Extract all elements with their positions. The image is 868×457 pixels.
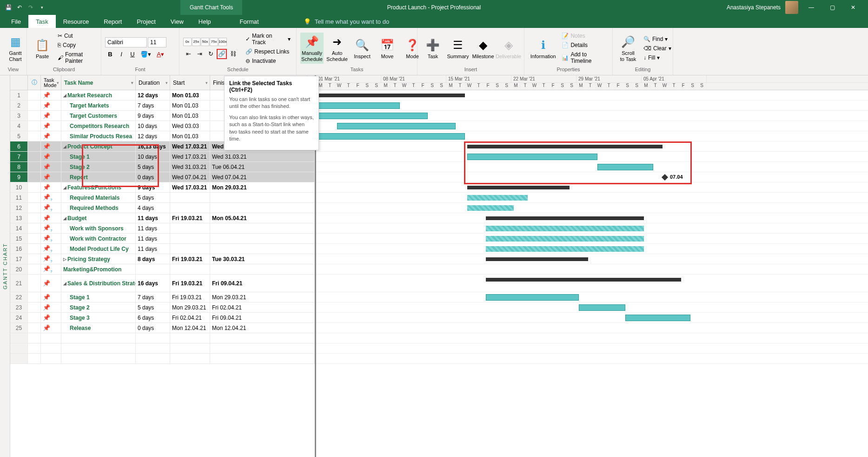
day-header[interactable]: F: [679, 83, 688, 90]
start-cell[interactable]: [170, 244, 210, 254]
finish-cell[interactable]: Fri 09.04.21: [210, 275, 315, 292]
unlink-tasks-button[interactable]: ⛓: [228, 49, 238, 59]
info-cell[interactable]: [28, 162, 41, 172]
row-number[interactable]: 7: [10, 152, 28, 161]
col-mode-header[interactable]: Task Mode: [41, 75, 61, 90]
outdent-button[interactable]: ⇤: [183, 49, 193, 59]
gantt-row[interactable]: [316, 264, 868, 275]
gantt-bar[interactable]: [625, 315, 690, 321]
duration-cell[interactable]: 11 days: [136, 223, 170, 233]
mode-cell[interactable]: 📌: [41, 111, 61, 121]
row-number[interactable]: [10, 354, 28, 363]
mode-cell[interactable]: 📌: [41, 323, 61, 333]
finish-cell[interactable]: [210, 244, 315, 254]
duration-cell[interactable]: 12 days: [136, 131, 170, 141]
day-header[interactable]: W: [595, 83, 604, 90]
table-row[interactable]: [10, 333, 315, 343]
duration-cell[interactable]: 7 days: [136, 292, 170, 302]
tab-file[interactable]: File: [4, 15, 28, 28]
duration-cell[interactable]: 11 days: [136, 213, 170, 223]
gantt-bar[interactable]: [467, 154, 597, 160]
duration-cell[interactable]: 12 days: [136, 90, 170, 100]
row-number[interactable]: 17: [10, 254, 28, 264]
gantt-row[interactable]: [316, 193, 868, 203]
tab-format[interactable]: Format: [232, 15, 266, 28]
underline-button[interactable]: U: [127, 49, 138, 60]
mode-cell[interactable]: 📌?: [41, 234, 61, 243]
day-header[interactable]: W: [660, 83, 669, 90]
manually-schedule-button[interactable]: 📌 Manually Schedule: [300, 33, 324, 63]
gantt-bar[interactable]: [318, 133, 465, 140]
info-cell[interactable]: [28, 203, 41, 213]
task-name-cell[interactable]: Required Materials: [61, 193, 136, 202]
finish-cell[interactable]: Mon 29.03.21: [210, 292, 315, 302]
start-cell[interactable]: Fri 19.03.21: [170, 213, 210, 223]
deliverable-button[interactable]: ◈Deliverable: [497, 36, 520, 61]
font-family-select[interactable]: [105, 37, 147, 47]
gantt-row[interactable]: [316, 203, 868, 213]
mode-cell[interactable]: 📌: [41, 292, 61, 302]
row-number[interactable]: 1: [10, 90, 28, 100]
table-row[interactable]: 12📌?Required Methods4 days: [10, 203, 315, 213]
info-cell[interactable]: [28, 323, 41, 333]
day-header[interactable]: T: [521, 83, 530, 90]
outline-toggle-icon[interactable]: ◢: [63, 144, 66, 149]
start-cell[interactable]: Mon 01.03: [170, 90, 210, 100]
row-number[interactable]: 5: [10, 131, 28, 141]
gantt-row[interactable]: [316, 354, 868, 364]
col-start-header[interactable]: Start: [170, 75, 210, 90]
day-header[interactable]: S: [428, 83, 437, 90]
start-cell[interactable]: [170, 223, 210, 233]
day-header[interactable]: T: [586, 83, 595, 90]
week-header[interactable]: 29 Mar '21: [576, 75, 642, 82]
start-cell[interactable]: Fri 02.04.21: [170, 313, 210, 323]
row-number[interactable]: 24: [10, 313, 28, 323]
table-row[interactable]: 14📌?Work with Sponsors11 days: [10, 223, 315, 234]
duration-cell[interactable]: 5 days: [136, 302, 170, 312]
duration-cell[interactable]: 7 days: [136, 101, 170, 110]
start-cell[interactable]: [170, 234, 210, 243]
customize-qa-icon[interactable]: ▾: [38, 4, 46, 11]
mode-cell[interactable]: 📌: [41, 152, 61, 161]
finish-cell[interactable]: Wed 31.03.21: [210, 152, 315, 161]
row-number[interactable]: 11: [10, 193, 28, 202]
task-name-cell[interactable]: Target Markets: [61, 101, 136, 110]
finish-cell[interactable]: Fri 02.04.21: [210, 302, 315, 312]
duration-cell[interactable]: 9 days: [136, 111, 170, 121]
day-header[interactable]: W: [400, 83, 409, 90]
tab-project[interactable]: Project: [129, 15, 163, 28]
table-row[interactable]: [10, 354, 315, 364]
gantt-row[interactable]: [316, 275, 868, 292]
col-name-header[interactable]: Task Name: [61, 75, 136, 90]
progress-100-button[interactable]: 100x: [219, 38, 227, 46]
paste-button[interactable]: 📋 Paste: [31, 36, 54, 61]
gantt-row[interactable]: [316, 141, 868, 152]
mode-cell[interactable]: 📌?: [41, 244, 61, 254]
tab-help[interactable]: Help: [191, 15, 219, 28]
task-name-cell[interactable]: Stage 1: [61, 292, 136, 302]
gantt-row[interactable]: [316, 244, 868, 254]
outline-toggle-icon[interactable]: ◢: [63, 216, 66, 221]
start-cell[interactable]: [170, 193, 210, 202]
info-cell[interactable]: [28, 111, 41, 121]
start-cell[interactable]: Mon 01.03: [170, 111, 210, 121]
find-button[interactable]: 🔍Find ▾: [642, 35, 673, 43]
outline-toggle-icon[interactable]: ▷: [63, 257, 66, 262]
row-number[interactable]: 14: [10, 223, 28, 233]
finish-cell[interactable]: Tue 06.04.21: [210, 162, 315, 172]
day-header[interactable]: T: [669, 83, 679, 90]
day-header[interactable]: T: [325, 83, 335, 90]
row-number[interactable]: 3: [10, 111, 28, 121]
progress-25-button[interactable]: 25x: [192, 38, 200, 46]
finish-cell[interactable]: Mon 05.04.21: [210, 213, 315, 223]
mode-cell[interactable]: 📌: [41, 141, 61, 151]
duration-cell[interactable]: 8 days: [136, 254, 170, 264]
bold-button[interactable]: B: [105, 49, 115, 60]
maximize-icon[interactable]: ▢: [824, 4, 841, 11]
day-header[interactable]: S: [502, 83, 511, 90]
gantt-row[interactable]: [316, 111, 868, 121]
info-cell[interactable]: [28, 172, 41, 182]
mode-cell[interactable]: 📌: [41, 101, 61, 110]
gantt-bar[interactable]: [467, 145, 663, 148]
start-cell[interactable]: Wed 17.03.21: [170, 182, 210, 192]
